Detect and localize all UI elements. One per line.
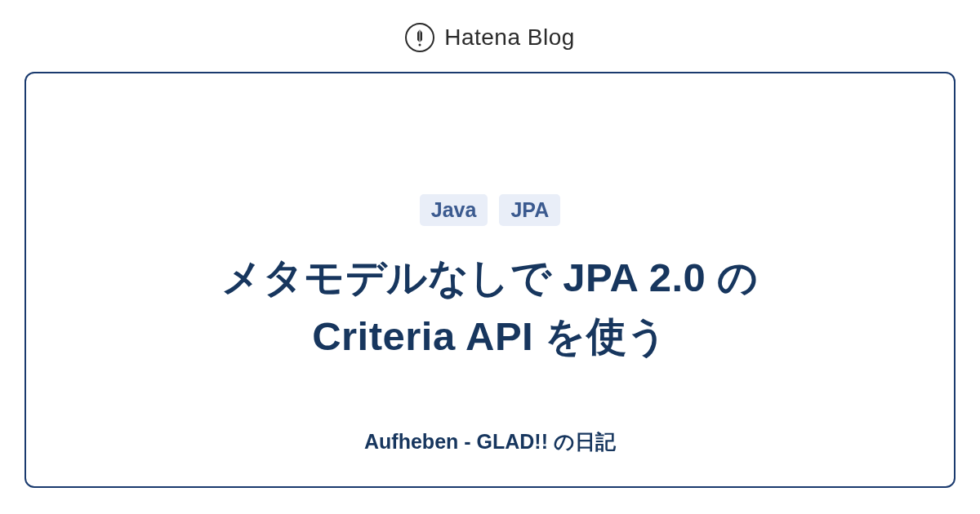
hatena-logo-icon: [405, 23, 434, 52]
site-header: Hatena Blog: [405, 0, 575, 72]
brand-name: Hatena Blog: [444, 24, 575, 51]
article-title: メタモデルなしで JPA 2.0 の Criteria API を使う: [221, 249, 759, 365]
blog-name: Aufheben - GLAD!! の日記: [364, 428, 616, 455]
tag-item: Java: [420, 194, 488, 226]
tag-item: JPA: [499, 194, 560, 226]
title-line-2: Criteria API を使う: [312, 314, 668, 358]
svg-point-0: [419, 44, 421, 47]
tag-list: Java JPA: [420, 194, 560, 226]
title-line-1: メタモデルなしで JPA 2.0 の: [221, 255, 759, 299]
article-card: Java JPA メタモデルなしで JPA 2.0 の Criteria API…: [24, 72, 956, 488]
